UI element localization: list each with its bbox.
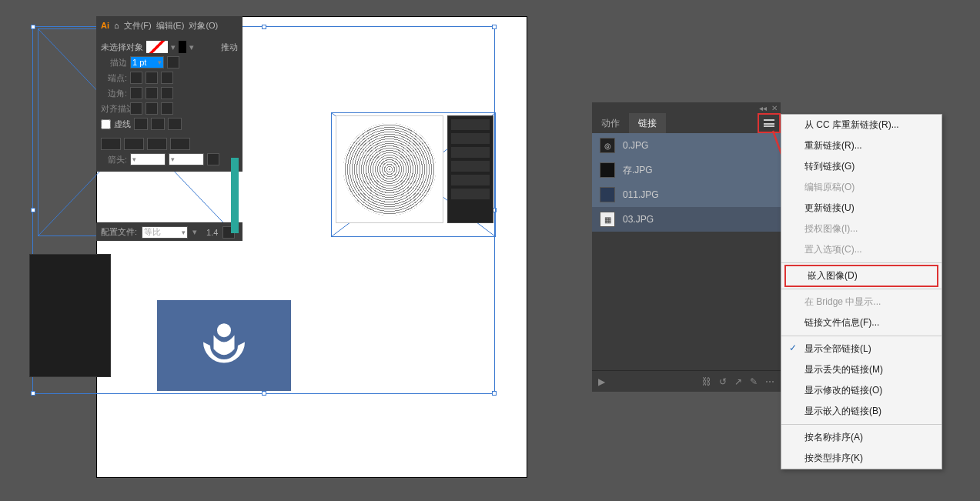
cap-square[interactable] <box>161 72 173 84</box>
fill-swatch[interactable] <box>146 41 168 53</box>
link-name: 存.JPG <box>623 164 653 177</box>
push-label: 推动 <box>221 42 238 53</box>
opt-d[interactable] <box>170 138 190 150</box>
properties-panel: 未选择对象 ▾ ▾ 推动 描边 1 pt 端点: 边角: 对齐描边: 虚线 箭头… <box>96 35 242 172</box>
menu-place-options: 置入选项(C)... <box>781 239 942 260</box>
menu-show-all[interactable]: 显示全部链接(L) <box>781 339 942 359</box>
menu-relink-cc[interactable]: 从 CC 库重新链接(R)... <box>781 115 942 135</box>
links-footer: ▶ ⛓ ↺ ↗ ✎ ⋯ <box>592 370 781 392</box>
menu-show-modified[interactable]: 显示修改的链接(O) <box>781 380 942 401</box>
menu-sort-name[interactable]: 按名称排序(A) <box>781 427 942 448</box>
menu-show-embedded[interactable]: 显示嵌入的链接(B) <box>781 401 942 422</box>
menu-update-link[interactable]: 更新链接(U) <box>781 198 942 219</box>
home-icon[interactable]: ⌂ <box>114 21 119 30</box>
menu-sort-type[interactable]: 按类型排序(K) <box>781 448 942 469</box>
menu-edit-original: 编辑原稿(O) <box>781 177 942 198</box>
align-outside[interactable] <box>161 102 173 115</box>
menu-relink[interactable]: 重新链接(R)... <box>781 135 942 156</box>
cap-butt[interactable] <box>130 72 142 84</box>
stroke-swatch[interactable] <box>179 41 186 53</box>
menu-embed-image[interactable]: 嵌入图像(D) <box>784 265 938 287</box>
link-item[interactable]: 存.JPG <box>592 158 781 182</box>
profile-row: 配置文件: 等比 ▾ 1.4 <box>96 222 242 241</box>
expand-icon[interactable]: ▶ <box>598 376 605 387</box>
link-thumb-icon <box>600 187 615 202</box>
more-icon[interactable]: ⋯ <box>765 376 774 387</box>
menu-goto-link[interactable]: 转到链接(G) <box>781 156 942 177</box>
cap-round[interactable] <box>145 72 158 84</box>
profile-dropdown[interactable]: 等比 <box>142 226 188 239</box>
app-logo-icon: Ai <box>101 21 109 30</box>
menu-license-image: 授权图像(I)... <box>781 219 942 239</box>
link-thumb-icon: ▦ <box>600 212 615 227</box>
handle[interactable] <box>262 391 266 396</box>
link-thumb-icon: ◎ <box>600 138 615 153</box>
panel-context-menu: 从 CC 库重新链接(R)... 重新链接(R)... 转到链接(G) 编辑原稿… <box>781 114 942 469</box>
dash-3[interactable] <box>168 118 182 130</box>
corner-bevel[interactable] <box>161 87 173 99</box>
align-inside[interactable] <box>145 102 158 115</box>
link-name: 0.JPG <box>623 140 648 151</box>
menu-show-missing[interactable]: 显示丢失的链接(M) <box>781 359 942 380</box>
goto-icon[interactable]: ↗ <box>734 376 742 387</box>
edit-icon[interactable]: ✎ <box>750 376 758 387</box>
tab-actions[interactable]: 动作 <box>592 113 629 133</box>
no-selection-label: 未选择对象 <box>101 42 143 53</box>
placed-image-edge <box>231 158 239 233</box>
link-name: 011.JPG <box>623 189 659 200</box>
dash-2[interactable] <box>151 118 165 130</box>
handle[interactable] <box>262 25 266 29</box>
spiral-side-panel <box>447 115 493 223</box>
menu-link-file-info[interactable]: 链接文件信息(F)... <box>781 312 942 333</box>
link-item[interactable]: ◎ 0.JPG <box>592 133 781 158</box>
handle[interactable] <box>31 391 35 396</box>
arrow-end[interactable] <box>169 153 204 165</box>
menu-file[interactable]: 文件(F) <box>124 20 152 32</box>
link-name: 03.JPG <box>623 214 654 225</box>
doc-panel-thumbnail <box>29 254 111 377</box>
links-panel: ◂◂ ✕ 动作 链接 ◎ 0.JPG 存.JPG 011.JPG ▦ 03.JP… <box>592 102 781 392</box>
opt-a[interactable] <box>101 138 121 150</box>
menu-edit[interactable]: 编辑(E) <box>156 20 185 32</box>
stroke-style[interactable] <box>167 56 179 68</box>
handle[interactable] <box>31 208 35 212</box>
menu-reveal-bridge: 在 Bridge 中显示... <box>781 292 942 312</box>
handle[interactable] <box>31 25 35 29</box>
links-list[interactable]: ◎ 0.JPG 存.JPG 011.JPG ▦ 03.JPG <box>592 133 781 232</box>
link-thumb-icon <box>600 162 615 178</box>
link-item[interactable]: 011.JPG <box>592 182 781 207</box>
opt-b[interactable] <box>124 138 144 150</box>
spiral-thumbnail <box>336 115 443 223</box>
menu-object[interactable]: 对象(O) <box>189 20 218 32</box>
stroke-weight[interactable]: 1 pt <box>130 56 164 68</box>
handle[interactable] <box>492 391 497 396</box>
arrow-swap[interactable] <box>207 153 219 165</box>
tab-links[interactable]: 链接 <box>629 113 666 133</box>
collapse-icon[interactable]: ◂◂ <box>759 104 767 112</box>
relink-icon[interactable]: ⛓ <box>702 376 711 387</box>
svg-point-8 <box>217 323 231 337</box>
corner-miter[interactable] <box>130 87 142 99</box>
opt-c[interactable] <box>147 138 167 150</box>
dash-1[interactable] <box>134 118 148 130</box>
update-icon[interactable]: ↺ <box>719 376 727 387</box>
dashed-checkbox[interactable] <box>101 119 111 129</box>
corner-round[interactable] <box>145 87 158 99</box>
panel-menu-button[interactable] <box>758 113 781 133</box>
logo-thumbnail <box>157 300 291 391</box>
hamburger-icon <box>764 119 774 127</box>
link-item[interactable]: ▦ 03.JPG <box>592 207 781 232</box>
arrow-start[interactable] <box>130 153 166 165</box>
close-icon[interactable]: ✕ <box>771 104 778 112</box>
app-menubar: Ai ⌂ 文件(F) 编辑(E) 对象(O) <box>96 16 242 35</box>
handle[interactable] <box>492 25 497 29</box>
align-center[interactable] <box>130 102 142 115</box>
